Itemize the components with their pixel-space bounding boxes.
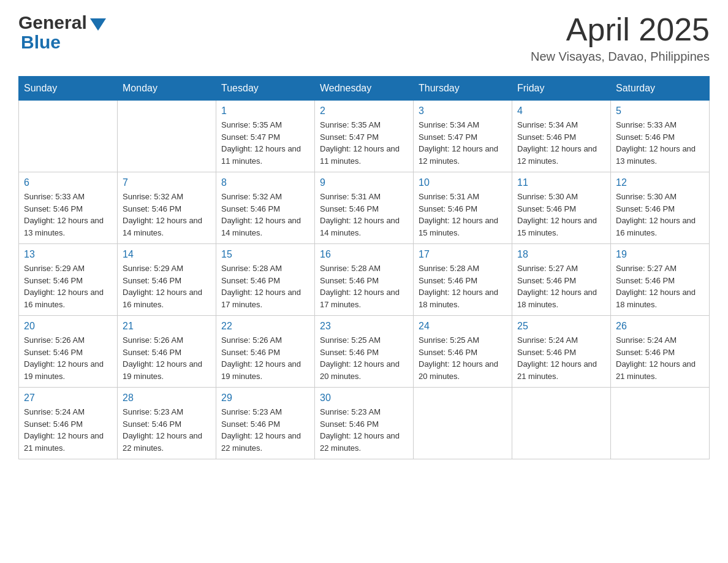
day-number: 9 <box>320 177 408 188</box>
calendar-cell: 29Sunrise: 5:23 AMSunset: 5:46 PMDayligh… <box>216 388 315 459</box>
logo-line1: General <box>18 12 106 33</box>
day-number: 6 <box>24 177 112 188</box>
header-tuesday: Tuesday <box>216 77 315 101</box>
calendar-table: SundayMondayTuesdayWednesdayThursdayFrid… <box>18 76 710 459</box>
calendar-cell: 30Sunrise: 5:23 AMSunset: 5:46 PMDayligh… <box>315 388 414 459</box>
week-row-3: 13Sunrise: 5:29 AMSunset: 5:46 PMDayligh… <box>19 244 710 316</box>
calendar-cell: 28Sunrise: 5:23 AMSunset: 5:46 PMDayligh… <box>118 388 216 459</box>
week-row-5: 27Sunrise: 5:24 AMSunset: 5:46 PMDayligh… <box>19 388 710 459</box>
day-info: Sunrise: 5:25 AMSunset: 5:46 PMDaylight:… <box>320 334 408 382</box>
day-number: 5 <box>616 105 704 117</box>
page-subtitle: New Visayas, Davao, Philippines <box>531 50 710 64</box>
day-number: 16 <box>320 249 408 260</box>
calendar-cell: 5Sunrise: 5:33 AMSunset: 5:46 PMDaylight… <box>611 101 710 172</box>
header-saturday: Saturday <box>611 77 710 101</box>
day-info: Sunrise: 5:35 AMSunset: 5:47 PMDaylight:… <box>320 119 408 167</box>
calendar-cell: 4Sunrise: 5:34 AMSunset: 5:46 PMDaylight… <box>512 101 611 172</box>
calendar-cell: 15Sunrise: 5:28 AMSunset: 5:46 PMDayligh… <box>216 244 315 316</box>
day-info: Sunrise: 5:24 AMSunset: 5:46 PMDaylight:… <box>616 334 704 382</box>
day-info: Sunrise: 5:24 AMSunset: 5:46 PMDaylight:… <box>517 334 605 382</box>
calendar-cell: 17Sunrise: 5:28 AMSunset: 5:46 PMDayligh… <box>414 244 512 316</box>
day-number: 20 <box>24 321 112 332</box>
calendar-cell: 27Sunrise: 5:24 AMSunset: 5:46 PMDayligh… <box>19 388 118 459</box>
calendar-cell <box>414 388 512 459</box>
day-info: Sunrise: 5:31 AMSunset: 5:46 PMDaylight:… <box>419 191 507 239</box>
logo: General Blue <box>18 12 106 53</box>
header-monday: Monday <box>118 77 216 101</box>
calendar-cell: 2Sunrise: 5:35 AMSunset: 5:47 PMDaylight… <box>315 101 414 172</box>
day-number: 2 <box>320 105 408 117</box>
day-number: 7 <box>123 177 211 188</box>
calendar-cell <box>611 388 710 459</box>
day-number: 17 <box>419 249 507 260</box>
logo-general-text: General <box>18 12 87 33</box>
day-info: Sunrise: 5:31 AMSunset: 5:46 PMDaylight:… <box>320 191 408 239</box>
day-number: 23 <box>320 321 408 332</box>
header-sunday: Sunday <box>19 77 118 101</box>
day-info: Sunrise: 5:24 AMSunset: 5:46 PMDaylight:… <box>24 406 112 454</box>
calendar-cell: 19Sunrise: 5:27 AMSunset: 5:46 PMDayligh… <box>611 244 710 316</box>
week-row-2: 6Sunrise: 5:33 AMSunset: 5:46 PMDaylight… <box>19 172 710 244</box>
calendar-cell: 21Sunrise: 5:26 AMSunset: 5:46 PMDayligh… <box>118 316 216 388</box>
calendar-cell: 11Sunrise: 5:30 AMSunset: 5:46 PMDayligh… <box>512 172 611 244</box>
day-number: 19 <box>616 249 704 260</box>
calendar-cell: 10Sunrise: 5:31 AMSunset: 5:46 PMDayligh… <box>414 172 512 244</box>
calendar-cell <box>512 388 611 459</box>
title-section: April 2025 New Visayas, Davao, Philippin… <box>531 12 710 64</box>
day-info: Sunrise: 5:27 AMSunset: 5:46 PMDaylight:… <box>616 262 704 310</box>
calendar-cell: 18Sunrise: 5:27 AMSunset: 5:46 PMDayligh… <box>512 244 611 316</box>
calendar-cell: 16Sunrise: 5:28 AMSunset: 5:46 PMDayligh… <box>315 244 414 316</box>
day-info: Sunrise: 5:33 AMSunset: 5:46 PMDaylight:… <box>616 119 704 167</box>
logo-blue-text: Blue <box>21 32 61 52</box>
day-number: 1 <box>221 105 309 117</box>
day-info: Sunrise: 5:33 AMSunset: 5:46 PMDaylight:… <box>24 191 112 239</box>
day-number: 4 <box>517 105 605 117</box>
day-number: 30 <box>320 393 408 404</box>
day-number: 15 <box>221 249 309 260</box>
calendar-cell: 25Sunrise: 5:24 AMSunset: 5:46 PMDayligh… <box>512 316 611 388</box>
header-friday: Friday <box>512 77 611 101</box>
calendar-cell: 14Sunrise: 5:29 AMSunset: 5:46 PMDayligh… <box>118 244 216 316</box>
day-info: Sunrise: 5:34 AMSunset: 5:46 PMDaylight:… <box>517 119 605 167</box>
page-header: General Blue April 2025 New Visayas, Dav… <box>18 12 710 64</box>
calendar-cell: 6Sunrise: 5:33 AMSunset: 5:46 PMDaylight… <box>19 172 118 244</box>
day-info: Sunrise: 5:26 AMSunset: 5:46 PMDaylight:… <box>24 334 112 382</box>
day-info: Sunrise: 5:26 AMSunset: 5:46 PMDaylight:… <box>221 334 309 382</box>
logo-triangle <box>90 18 106 31</box>
day-number: 18 <box>517 249 605 260</box>
day-info: Sunrise: 5:30 AMSunset: 5:46 PMDaylight:… <box>517 191 605 239</box>
day-info: Sunrise: 5:32 AMSunset: 5:46 PMDaylight:… <box>123 191 211 239</box>
day-number: 29 <box>221 393 309 404</box>
day-number: 22 <box>221 321 309 332</box>
day-info: Sunrise: 5:25 AMSunset: 5:46 PMDaylight:… <box>419 334 507 382</box>
day-info: Sunrise: 5:23 AMSunset: 5:46 PMDaylight:… <box>123 406 211 454</box>
day-info: Sunrise: 5:29 AMSunset: 5:46 PMDaylight:… <box>123 262 211 310</box>
day-number: 10 <box>419 177 507 188</box>
day-number: 8 <box>221 177 309 188</box>
day-number: 12 <box>616 177 704 188</box>
calendar-cell: 9Sunrise: 5:31 AMSunset: 5:46 PMDaylight… <box>315 172 414 244</box>
calendar-cell: 12Sunrise: 5:30 AMSunset: 5:46 PMDayligh… <box>611 172 710 244</box>
day-info: Sunrise: 5:28 AMSunset: 5:46 PMDaylight:… <box>320 262 408 310</box>
day-number: 21 <box>123 321 211 332</box>
day-info: Sunrise: 5:29 AMSunset: 5:46 PMDaylight:… <box>24 262 112 310</box>
day-number: 24 <box>419 321 507 332</box>
logo-blue-line: Blue <box>21 32 61 53</box>
day-info: Sunrise: 5:30 AMSunset: 5:46 PMDaylight:… <box>616 191 704 239</box>
day-number: 28 <box>123 393 211 404</box>
day-info: Sunrise: 5:34 AMSunset: 5:47 PMDaylight:… <box>419 119 507 167</box>
day-info: Sunrise: 5:32 AMSunset: 5:46 PMDaylight:… <box>221 191 309 239</box>
day-info: Sunrise: 5:23 AMSunset: 5:46 PMDaylight:… <box>320 406 408 454</box>
day-number: 27 <box>24 393 112 404</box>
calendar-cell: 3Sunrise: 5:34 AMSunset: 5:47 PMDaylight… <box>414 101 512 172</box>
week-row-1: 1Sunrise: 5:35 AMSunset: 5:47 PMDaylight… <box>19 101 710 172</box>
calendar-cell: 13Sunrise: 5:29 AMSunset: 5:46 PMDayligh… <box>19 244 118 316</box>
day-number: 13 <box>24 249 112 260</box>
week-row-4: 20Sunrise: 5:26 AMSunset: 5:46 PMDayligh… <box>19 316 710 388</box>
calendar-cell: 8Sunrise: 5:32 AMSunset: 5:46 PMDaylight… <box>216 172 315 244</box>
header-wednesday: Wednesday <box>315 77 414 101</box>
day-info: Sunrise: 5:28 AMSunset: 5:46 PMDaylight:… <box>221 262 309 310</box>
page-title: April 2025 <box>531 12 710 47</box>
calendar-cell <box>19 101 118 172</box>
calendar-cell: 26Sunrise: 5:24 AMSunset: 5:46 PMDayligh… <box>611 316 710 388</box>
